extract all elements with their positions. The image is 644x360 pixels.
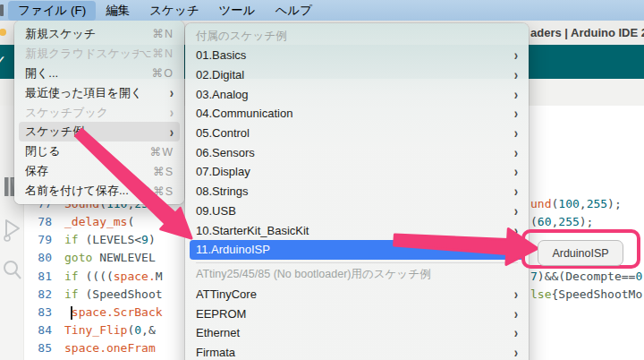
code-fragment: und(100,255); xyxy=(530,195,622,213)
chevron-right-icon: › xyxy=(170,104,174,121)
menu-item-label: 02.Digital xyxy=(196,68,514,81)
menu-item[interactable]: 開く...⌘O xyxy=(19,64,180,83)
menu-item-label: 開く... xyxy=(25,65,152,81)
menu-item-label: スケッチブック xyxy=(25,105,170,121)
menu-item[interactable]: 05.Control› xyxy=(190,124,524,143)
chevron-right-icon: › xyxy=(514,202,518,219)
menu-item[interactable]: 新規スケッチ⌘N xyxy=(19,24,180,44)
menu-item[interactable]: 新規クラウドスケッチ⌥⌘N xyxy=(19,44,180,64)
menu-item[interactable]: スケッチブック› xyxy=(19,103,180,123)
line-number: 85 xyxy=(25,339,52,357)
menu-item[interactable]: 03.Analog› xyxy=(190,84,524,104)
submenu-section-header: ATtiny25/45/85 (No bootloader)用のスケッチ例 xyxy=(190,265,524,285)
menu-item-label: 06.Sensors xyxy=(196,146,514,159)
verify-icon[interactable]: ✓ xyxy=(0,52,6,71)
arduinoisp-badge[interactable]: ArduinoISP xyxy=(538,240,623,266)
menu-item[interactable]: 04.Communication› xyxy=(190,104,524,124)
menu-item-label: 11.ArduinoISP xyxy=(196,243,518,256)
examples-submenu-list: 付属のスケッチ例01.Basics›02.Digital›03.Analog›0… xyxy=(185,26,529,360)
menu-item-label: 01.Basics xyxy=(196,48,514,62)
menu-item[interactable]: 保存⌘S xyxy=(19,161,180,181)
line-number: 82 xyxy=(25,286,52,304)
chevron-right-icon: › xyxy=(514,164,518,181)
menu-item[interactable]: 01.Basics› xyxy=(190,46,524,65)
menubar-items: ファイル (F)編集スケッチツールヘルプ xyxy=(8,0,322,21)
minimize-traffic-light[interactable] xyxy=(0,29,6,36)
line-number: 79 xyxy=(25,231,52,249)
chevron-right-icon: › xyxy=(514,183,518,200)
menu-item-shortcut: ⌘N xyxy=(152,27,174,40)
chevron-right-icon: › xyxy=(514,286,518,303)
line-number: 78 xyxy=(25,213,52,231)
code-text: space.ScrBack xyxy=(64,304,163,321)
menubar-item-other[interactable]: ツール xyxy=(209,1,266,21)
menu-item-label: 新規クラウドスケッチ xyxy=(25,46,139,62)
menubar-edge-fragment xyxy=(0,4,4,16)
menu-item[interactable]: 名前を付けて保存...⇧⌘S xyxy=(19,181,180,201)
menu-item-shortcut: ⌘S xyxy=(153,165,174,178)
menu-item-label: EEPROM xyxy=(196,307,514,321)
code-text: if ((((space.M xyxy=(64,268,163,286)
menu-item-label: 05.Control xyxy=(196,126,514,140)
menu-item[interactable]: 06.Sensors› xyxy=(190,142,524,162)
menu-item-label: Ethernet xyxy=(196,326,514,339)
menu-item-shortcut: ⌘O xyxy=(152,66,174,80)
menu-item[interactable]: 最近使った項目を開く› xyxy=(19,83,180,103)
menu-item-label: 保存 xyxy=(25,163,153,179)
menubar-item-other[interactable]: 編集 xyxy=(96,1,140,21)
menu-item[interactable]: Firmata› xyxy=(190,343,524,360)
code-fragment: 7)&&(Decompte==0 xyxy=(530,268,642,286)
code-text: _delay_ms( xyxy=(64,213,134,231)
menu-item[interactable]: 08.Strings› xyxy=(190,182,524,201)
text-caret xyxy=(71,306,72,320)
menu-item[interactable]: Ethernet› xyxy=(190,323,524,343)
menu-item-label: ATTinyCore xyxy=(196,287,514,301)
menu-item[interactable]: ATTinyCore› xyxy=(190,285,524,304)
menu-item[interactable]: スケッチ例› xyxy=(19,122,180,141)
chevron-right-icon: › xyxy=(514,222,518,239)
menu-item-shortcut: ⌘W xyxy=(150,145,174,159)
menu-item-label: スケッチ例 xyxy=(25,124,170,140)
line-number: 84 xyxy=(25,321,52,339)
menubar-item-file[interactable]: ファイル (F) xyxy=(8,1,96,21)
menu-item-label: 名前を付けて保存... xyxy=(25,183,143,199)
chevron-right-icon: › xyxy=(514,86,518,103)
menu-item-label: Firmata xyxy=(196,346,514,359)
menu-item-label: 04.Communication xyxy=(196,107,514,120)
line-number: 83 xyxy=(25,304,52,321)
menu-item-label: 10.StarterKit_BasicKit xyxy=(196,224,514,237)
code-text: if (LEVELS<9) xyxy=(64,231,156,249)
line-number: 80 xyxy=(25,249,52,267)
submenu-section-header: 付属のスケッチ例 xyxy=(190,26,524,46)
chevron-right-icon: › xyxy=(514,47,518,64)
menu-item-label: 最近使った項目を開く xyxy=(25,85,170,101)
code-text: Tiny_Flip(0,& xyxy=(64,321,156,339)
file-menu: 新規スケッチ⌘N新規クラウドスケッチ⌥⌘N開く...⌘O最近使った項目を開く›ス… xyxy=(14,21,184,204)
menu-item[interactable]: EEPROM› xyxy=(190,304,524,323)
annotation-highlight-frame: ArduinoISP xyxy=(521,229,640,269)
menu-item-label: 09.USB xyxy=(196,204,514,218)
chevron-right-icon: › xyxy=(514,344,518,360)
menu-item[interactable]: 02.Digital› xyxy=(190,65,524,85)
chevron-right-icon: › xyxy=(170,124,174,141)
code-text: space.oneFram xyxy=(64,339,156,357)
menu-item-label: 08.Strings xyxy=(196,184,514,198)
code-text: goto NEWLEVEL xyxy=(64,249,156,267)
menu-item[interactable]: 07.Display› xyxy=(190,162,524,182)
menu-separator xyxy=(196,262,518,263)
chevron-right-icon: › xyxy=(514,144,518,161)
chevron-right-icon: › xyxy=(514,124,518,141)
menubar-item-other[interactable]: スケッチ xyxy=(140,1,208,21)
menu-item[interactable]: 11.ArduinoISP xyxy=(190,240,524,260)
menu-item[interactable]: 10.StarterKit_BasicKit› xyxy=(190,220,524,240)
menubar-item-other[interactable]: ヘルプ xyxy=(266,1,322,21)
menubar: ファイル (F)編集スケッチツールヘルプ xyxy=(0,0,644,21)
code-text: if (SpeedShoot xyxy=(64,286,163,304)
menu-item[interactable]: 閉じる⌘W xyxy=(19,141,180,161)
window-title: aders | Arduino IDE 2 xyxy=(530,26,644,39)
file-menu-list: 新規スケッチ⌘N新規クラウドスケッチ⌥⌘N開く...⌘O最近使った項目を開く›ス… xyxy=(14,24,184,201)
chevron-right-icon: › xyxy=(514,66,518,83)
menu-item[interactable]: 09.USB› xyxy=(190,201,524,221)
menu-item-shortcut: ⇧⌘S xyxy=(143,184,174,198)
chevron-right-icon: › xyxy=(170,84,174,101)
